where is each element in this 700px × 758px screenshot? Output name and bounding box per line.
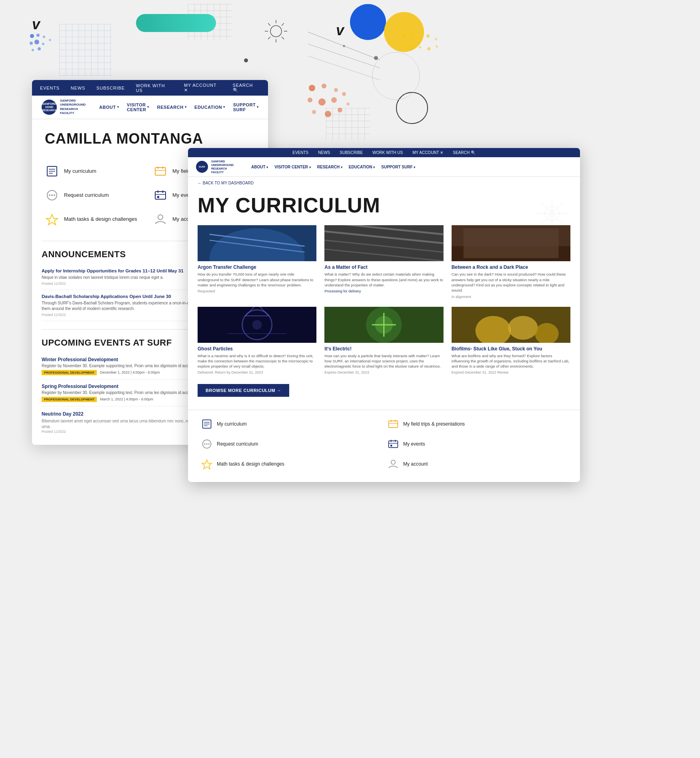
svg-line-6 bbox=[282, 37, 284, 39]
deco-v-left: v bbox=[32, 16, 40, 33]
back-dash-curriculum[interactable]: My curriculum bbox=[42, 159, 150, 183]
deco-lines bbox=[304, 28, 384, 92]
front-curriculum-icon bbox=[201, 418, 213, 430]
svg-point-31 bbox=[402, 34, 406, 38]
back-dash-request[interactable]: Request curriculum bbox=[42, 183, 150, 207]
svg-marker-116 bbox=[202, 460, 212, 469]
curriculum-title: MY CURRICULUM bbox=[198, 193, 570, 217]
svg-rect-77 bbox=[324, 225, 443, 261]
front-dash-account[interactable]: My account bbox=[384, 454, 570, 474]
back-nav-account[interactable]: MY ACCOUNT ✕ bbox=[184, 83, 221, 93]
svg-rect-111 bbox=[389, 441, 398, 448]
back-logo-circle: SANFORDUGNDRESEARCH bbox=[42, 100, 57, 115]
front-nav-account[interactable]: MY ACCOUNT ✕ bbox=[412, 150, 443, 155]
front-education-link[interactable]: EDUCATION ▾ bbox=[349, 165, 375, 169]
front-dash-math[interactable]: Math tasks & design challenges bbox=[198, 454, 384, 474]
back-visitor-link[interactable]: VISITOR CENTER ▾ bbox=[127, 102, 149, 112]
front-nav-links: ABOUT ▾ VISITOR CENTER ▾ RESEARCH ▾ EDUC… bbox=[251, 165, 572, 169]
front-logo[interactable]: SURF SANFORDUNDERGROUNDRESEARCHFACILITY bbox=[196, 160, 244, 174]
curriculum-card-electric[interactable]: It's Electric! How can you study a parti… bbox=[324, 307, 443, 375]
request-label: Request curriculum bbox=[64, 192, 109, 198]
front-request-label: Request curriculum bbox=[217, 441, 258, 447]
math-icon bbox=[45, 212, 59, 226]
curriculum-hero: MY CURRICULUM bbox=[188, 189, 580, 225]
card-matter-status: Processing for delivery bbox=[324, 289, 443, 293]
back-education-link[interactable]: EDUCATION ▾ bbox=[194, 105, 225, 110]
curriculum-card-ghost[interactable]: Ghost Particles What is a neutrino and w… bbox=[198, 307, 316, 375]
back-dash-math[interactable]: Math tasks & design challenges bbox=[42, 207, 150, 231]
svg-point-16 bbox=[42, 43, 44, 45]
svg-rect-115 bbox=[390, 445, 392, 446]
card-rock-status: In alignment bbox=[452, 295, 570, 299]
front-dash-request[interactable]: Request curriculum bbox=[198, 434, 384, 454]
svg-line-8 bbox=[268, 37, 270, 39]
front-account-icon bbox=[387, 458, 399, 470]
card-img-argon bbox=[198, 225, 316, 261]
front-visitor-link[interactable]: VISITOR CENTER ▾ bbox=[274, 165, 311, 169]
back-about-link[interactable]: ABOUT ▾ bbox=[99, 105, 119, 110]
request-icon bbox=[45, 188, 59, 202]
card-ghost-desc: What is a neutrino and why is it so diff… bbox=[198, 353, 316, 369]
front-math-icon bbox=[201, 458, 213, 470]
card-argon-title: Argon Transfer Challenge bbox=[198, 264, 316, 270]
front-nav-search[interactable]: SEARCH 🔍 bbox=[453, 150, 475, 155]
curriculum-card-matter[interactable]: As a Matter of Fact What is matter? Why … bbox=[324, 225, 443, 298]
back-logo[interactable]: SANFORDUGNDRESEARCH SANFORDUNDERGROUNDRE… bbox=[42, 99, 90, 116]
front-support-link[interactable]: SUPPORT SURF ▾ bbox=[381, 165, 415, 169]
back-nav-news[interactable]: NEWS bbox=[71, 86, 85, 90]
card-electric-title: It's Electric! bbox=[324, 346, 443, 352]
card-biofilm-title: Biofilms- Stuck Like Glue, Stuck on You bbox=[452, 346, 570, 352]
svg-point-32 bbox=[410, 34, 414, 37]
card-ghost-title: Ghost Particles bbox=[198, 346, 316, 352]
back-to-dashboard-link[interactable]: ← BACK TO MY DASHBOARD bbox=[198, 181, 570, 185]
back-nav-work[interactable]: WORK WITH US bbox=[136, 83, 173, 93]
back-research-link[interactable]: RESEARCH ▾ bbox=[157, 105, 186, 110]
front-logo-circle: SURF bbox=[196, 161, 208, 173]
front-nav-events[interactable]: EVENTS bbox=[292, 150, 308, 155]
math-label: Math tasks & design challenges bbox=[64, 216, 137, 222]
curriculum-card-rock[interactable]: Between a Rock and a Dark Place Can you … bbox=[452, 225, 570, 298]
front-about-link[interactable]: ABOUT ▾ bbox=[251, 165, 268, 169]
svg-point-97 bbox=[508, 316, 538, 339]
front-dash-events[interactable]: My events bbox=[384, 434, 570, 454]
svg-point-23 bbox=[308, 98, 312, 102]
back-nav-search[interactable]: SEARCH 🔍 bbox=[233, 83, 260, 93]
spider-deco bbox=[536, 197, 568, 229]
front-nav-subscribe[interactable]: SUBSCRIBE bbox=[340, 150, 363, 155]
front-nav-news[interactable]: NEWS bbox=[318, 150, 330, 155]
svg-marker-65 bbox=[46, 214, 58, 225]
front-dashboard-grid: My curriculum My field trips & presentat… bbox=[188, 410, 580, 482]
card-electric-desc: How can you study a particle that barely… bbox=[324, 353, 443, 369]
svg-point-58 bbox=[51, 194, 53, 196]
svg-point-45 bbox=[343, 45, 345, 47]
curriculum-icon bbox=[45, 164, 59, 178]
account-icon bbox=[153, 212, 168, 226]
back-nav-subscribe[interactable]: SUBSCRIBE bbox=[96, 86, 125, 90]
front-research-link[interactable]: RESEARCH ▾ bbox=[317, 165, 342, 169]
curriculum-card-argon[interactable]: Argon Transfer Challenge How do you tran… bbox=[198, 225, 316, 298]
card-biofilm-status: Expired December 31, 2022 Renew bbox=[452, 370, 570, 374]
front-curriculum-label: My curriculum bbox=[217, 421, 247, 427]
front-dash-curriculum[interactable]: My curriculum bbox=[198, 414, 384, 434]
svg-point-19 bbox=[38, 47, 41, 50]
event-2-tag: PROFESSIONAL DEVELOPMENT bbox=[42, 397, 97, 402]
card-matter-desc: What is matter? Why do we select certain… bbox=[324, 272, 443, 288]
svg-point-13 bbox=[43, 36, 45, 38]
front-main-nav: SURF SANFORDUNDERGROUNDRESEARCHFACILITY … bbox=[188, 157, 580, 177]
event-1-tag: PROFESSIONAL DEVELOPMENT bbox=[42, 370, 97, 375]
curriculum-card-biofilm[interactable]: Biofilms- Stuck Like Glue, Stuck on You … bbox=[452, 307, 570, 375]
back-main-nav: SANFORDUGNDRESEARCH SANFORDUNDERGROUNDRE… bbox=[32, 96, 268, 119]
back-support-link[interactable]: SUPPORT SURF ▾ bbox=[233, 102, 259, 112]
svg-rect-84 bbox=[463, 228, 558, 258]
deco-grid-3 bbox=[326, 108, 370, 140]
svg-rect-52 bbox=[155, 168, 166, 175]
svg-point-40 bbox=[436, 45, 438, 48]
front-nav-work[interactable]: WORK WITH US bbox=[372, 150, 403, 155]
svg-point-34 bbox=[426, 34, 430, 38]
front-dash-fieldtrips[interactable]: My field trips & presentations bbox=[384, 414, 570, 434]
svg-point-33 bbox=[419, 37, 421, 39]
browse-curriculum-button[interactable]: BROWSE MORE CURRICULUM → bbox=[198, 384, 289, 397]
card-img-matter bbox=[324, 225, 443, 261]
back-nav-events[interactable]: EVENTS bbox=[40, 86, 60, 90]
front-logo-text: SANFORDUNDERGROUNDRESEARCHFACILITY bbox=[211, 160, 234, 174]
